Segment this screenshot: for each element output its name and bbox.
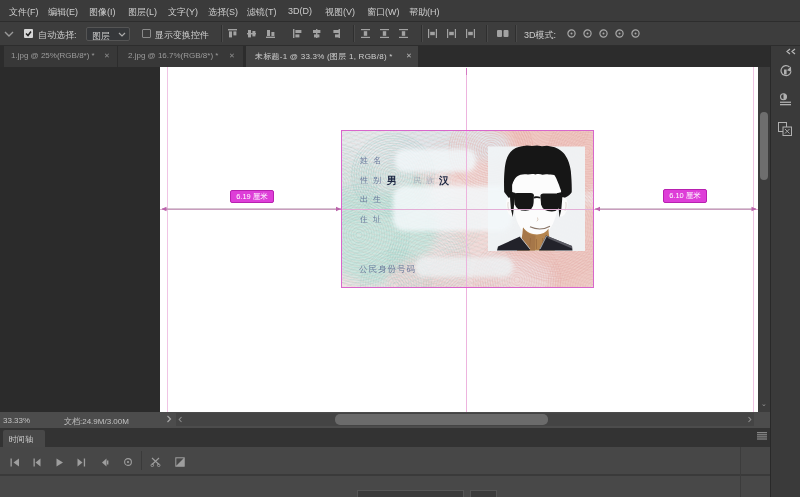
svg-text:住址: 住址 bbox=[359, 215, 386, 224]
svg-text:姓名: 姓名 bbox=[360, 156, 386, 165]
svg-text:性别: 性别 bbox=[359, 176, 386, 185]
svg-text:民族: 民族 bbox=[414, 176, 438, 185]
svg-text:男: 男 bbox=[386, 175, 397, 186]
svg-text:汉: 汉 bbox=[438, 175, 450, 186]
svg-text:公民身份号码: 公民身份号码 bbox=[359, 264, 416, 274]
